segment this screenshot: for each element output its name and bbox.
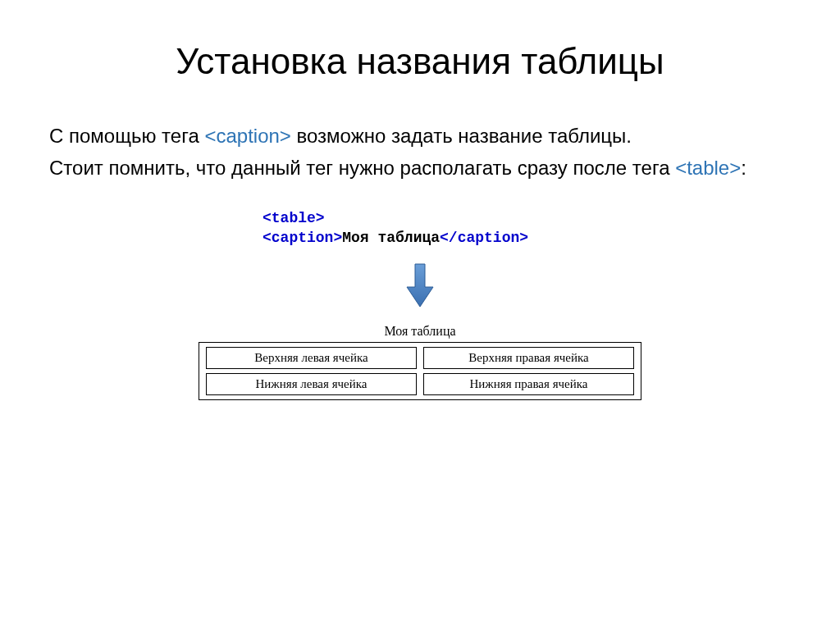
para1-text-b: возможно задать название таблицы. (291, 125, 632, 147)
para2-text-a: Стоит помнить, что данный тег нужно расп… (49, 157, 675, 179)
code-table-open: <table> (262, 210, 325, 226)
cell-top-left: Верхняя левая ячейка (206, 347, 417, 369)
para1-text-a: С помощью тега (49, 125, 204, 147)
example-table-caption: Моя таблица (49, 324, 791, 339)
para1-tag-caption: <caption> (204, 125, 290, 147)
code-line-1: <table> (262, 209, 791, 228)
code-caption-open: <caption> (262, 230, 342, 246)
paragraph-1: С помощью тега <caption> возможно задать… (49, 123, 791, 148)
table-row: Нижняя левая ячейка Нижняя правая ячейка (206, 373, 634, 395)
code-caption-close: </caption> (440, 230, 528, 246)
paragraph-2: Стоит помнить, что данный тег нужно расп… (49, 155, 791, 180)
table-row: Верхняя левая ячейка Верхняя правая ячей… (206, 347, 634, 369)
code-example: <table> <caption>Моя таблица</caption> (262, 209, 791, 248)
code-line-2: <caption>Моя таблица</caption> (262, 229, 791, 248)
code-caption-text: Моя таблица (342, 230, 440, 246)
cell-bottom-right: Нижняя правая ячейка (423, 373, 634, 395)
para2-text-b: : (741, 157, 746, 179)
slide-title: Установка названия таблицы (49, 41, 791, 82)
cell-top-right: Верхняя правая ячейка (423, 347, 634, 369)
example-table: Верхняя левая ячейка Верхняя правая ячей… (199, 342, 641, 400)
cell-bottom-left: Нижняя левая ячейка (206, 373, 417, 395)
down-arrow-icon (405, 262, 435, 312)
arrow-container (49, 262, 791, 312)
para2-tag-table: <table> (675, 157, 741, 179)
slide: Установка названия таблицы С помощью тег… (0, 0, 840, 629)
